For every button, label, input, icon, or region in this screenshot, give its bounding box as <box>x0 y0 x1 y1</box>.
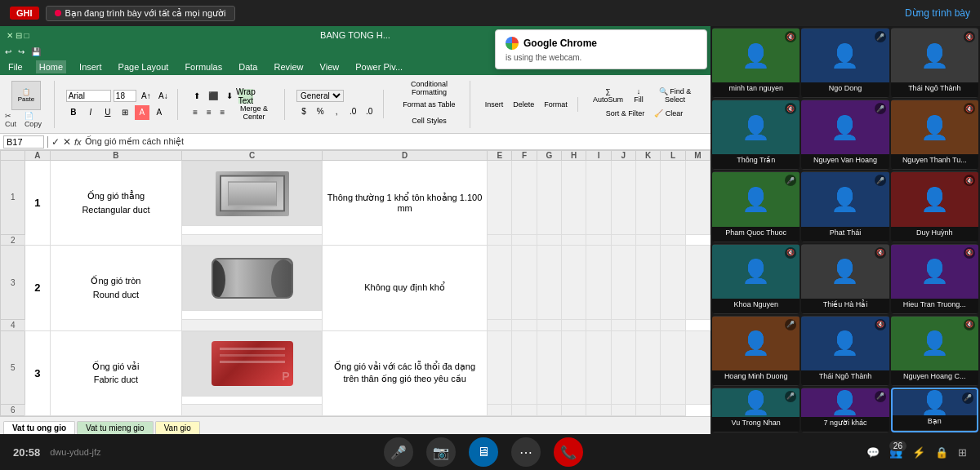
chat-button[interactable]: 💬 <box>866 446 880 459</box>
font-size-input[interactable] <box>114 90 136 102</box>
participant-tile[interactable]: 👤🔇Thái Ngô Thành <box>801 316 889 386</box>
formula-cancel[interactable]: ✕ <box>63 136 71 148</box>
participant-tile[interactable]: 👤🎤Ngo Dong <box>801 28 889 98</box>
wrap-text-button[interactable]: Wrap Text <box>238 89 253 104</box>
participant-tile[interactable]: 👤🎤Hoang Minh Duong <box>712 316 800 386</box>
participant-tile[interactable]: 👤🔇minh tan nguyen <box>712 28 800 98</box>
activities-button[interactable]: ⚡ <box>912 446 925 459</box>
align-top-button[interactable]: ⬆ <box>189 89 204 104</box>
menu-review[interactable]: Review <box>270 60 306 73</box>
tab-vat-tu-mieng-gio[interactable]: Vat tu mieng gio <box>77 421 154 434</box>
bold-button[interactable]: B <box>66 105 81 120</box>
menu-powerpivot[interactable]: Power Piv... <box>352 60 406 73</box>
menu-view[interactable]: View <box>317 60 343 73</box>
tab-vat-tu-ong-gio[interactable]: Vat tu ong gio <box>3 421 75 434</box>
participant-tile[interactable]: 👤🔇Thông Trần <box>712 100 800 170</box>
menu-file[interactable]: File <box>5 60 26 73</box>
cell-b3[interactable]: Ống gió trònRound duct <box>50 246 182 330</box>
align-right-button[interactable]: ≡ <box>216 105 229 120</box>
find-select-button[interactable]: 🔍 Find & Select <box>651 88 699 103</box>
tab-van-gio[interactable]: Van gio <box>155 421 200 434</box>
decrease-decimal-button[interactable]: .0 <box>362 104 376 118</box>
redo-icon[interactable]: ↪ <box>18 47 24 56</box>
more-options-button[interactable]: ⋯ <box>511 437 541 467</box>
participant-tile[interactable]: 👤🔇Nguyen Thanh Tu... <box>891 100 978 170</box>
currency-button[interactable]: $ <box>296 104 311 118</box>
delete-button[interactable]: Delete <box>510 97 537 112</box>
font-name-input[interactable] <box>66 90 111 102</box>
save-icon[interactable]: 💾 <box>31 47 41 56</box>
italic-button[interactable]: I <box>83 105 98 120</box>
cell-a5[interactable]: 3 <box>25 330 50 415</box>
menu-insert[interactable]: Insert <box>76 60 105 73</box>
participant-tile[interactable]: 👤🔇Thái Ngô Thành <box>891 28 978 98</box>
end-call-button[interactable]: 📞 <box>554 437 583 467</box>
cell-b5[interactable]: Ống gió vảiFabric duct <box>50 330 182 415</box>
fill-color-button[interactable]: A <box>135 105 149 120</box>
person-icon: 👤 <box>920 330 949 357</box>
align-left-button[interactable]: ≡ <box>189 105 202 120</box>
formula-fx[interactable]: fx <box>74 137 82 147</box>
stop-presenting-button[interactable]: Dừng trình bày <box>905 7 970 19</box>
participant-tile[interactable]: 👤🔇Nguyen Hoang C... <box>891 316 978 386</box>
merge-center-button[interactable]: Merge & Center <box>230 105 278 120</box>
participant-tile[interactable]: 👤🔇Duy Huỳnh <box>891 171 978 242</box>
participant-tile[interactable]: 👤🎤Phat Thái <box>801 171 889 242</box>
grid-view-button[interactable]: ⊞ <box>958 446 967 459</box>
menu-home[interactable]: Home <box>36 60 66 73</box>
cell-g1 <box>537 161 561 235</box>
border-button[interactable]: ⊞ <box>118 105 132 120</box>
cell-d1[interactable]: Thông thường 1 khổ tôn khoảng 1.100 mm <box>323 161 488 246</box>
present-button[interactable]: 🖥 <box>469 437 498 467</box>
copy-button[interactable]: 📄 Copy <box>24 112 47 128</box>
percent-button[interactable]: % <box>313 104 327 118</box>
participant-tile[interactable]: 👤🔇Khoa Nguyen <box>712 244 800 314</box>
paste-button[interactable]: 📋Paste <box>11 81 41 110</box>
insert-button[interactable]: Insert <box>482 97 507 112</box>
cell-d5[interactable]: Ống gió vải với các lỗ thổi đa dạng trên… <box>323 330 488 415</box>
menu-data[interactable]: Data <box>235 60 261 73</box>
mic-button[interactable]: 🎤 <box>384 437 413 467</box>
participant-tile[interactable]: 👤🔇Hieu Tran Truong... <box>891 244 978 314</box>
comma-button[interactable]: , <box>329 104 344 118</box>
font-color-button[interactable]: A <box>152 105 167 120</box>
align-bottom-button[interactable]: ⬇ <box>222 89 237 104</box>
decrease-font-button[interactable]: A↓ <box>156 89 171 104</box>
cell-styles-button[interactable]: Cell Styles <box>395 113 463 128</box>
mute-icon: 🔇 <box>964 247 975 259</box>
cell-d3[interactable]: Không quy định khổ <box>323 246 488 330</box>
cell-reference-input[interactable] <box>3 135 44 149</box>
format-button[interactable]: Format <box>541 97 571 112</box>
participant-tile[interactable]: 👤🎤Nguyen Van Hoang <box>801 100 889 170</box>
autosum-button[interactable]: ∑ AutoSum <box>590 88 626 103</box>
cut-button[interactable]: ✂ Cut <box>5 112 21 128</box>
participant-tile[interactable]: 👤🎤7 người khác <box>801 388 889 432</box>
participant-tile[interactable]: 👤🎤Pham Quoc Thuoc <box>712 171 800 242</box>
menu-formulas[interactable]: Formulas <box>181 60 225 73</box>
fill-button[interactable]: ↓ Fill <box>630 88 648 103</box>
align-center-button[interactable]: ≡ <box>203 105 216 120</box>
host-controls-button[interactable]: 🔒 <box>935 446 948 459</box>
align-middle-button[interactable]: ⬛ <box>206 89 220 104</box>
cell-a3[interactable]: 2 <box>25 246 50 330</box>
number-format-select[interactable]: General <box>296 90 344 102</box>
clear-button[interactable]: 🧹 Clear <box>651 106 686 121</box>
format-as-table-button[interactable]: Format as Table <box>395 97 463 112</box>
cell-b1[interactable]: Ống gió thẳngRectangular duct <box>50 161 182 246</box>
ghi-button[interactable]: GHI <box>10 7 39 20</box>
undo-icon[interactable]: ↩ <box>5 47 11 56</box>
formula-check[interactable]: ✓ <box>51 136 60 148</box>
camera-button[interactable]: 📷 <box>426 437 456 467</box>
increase-font-button[interactable]: A↑ <box>139 89 154 104</box>
underline-button[interactable]: U <box>100 105 115 120</box>
participant-tile[interactable]: 👤🎤Bạn <box>891 388 978 432</box>
menu-pagelayout[interactable]: Page Layout <box>115 60 172 73</box>
cell-a1[interactable]: 1 <box>25 161 50 246</box>
participant-tile[interactable]: 👤🎤Vu Trong Nhan <box>712 388 800 432</box>
sort-filter-button[interactable]: Sort & Filter <box>603 106 648 121</box>
participant-tile[interactable]: 👤🔇Thiều Hà Hải <box>801 244 889 314</box>
top-bar-left: GHI Bạn đang trình bày với tất cả mọi ng… <box>10 6 235 21</box>
conditional-format-button[interactable]: Conditional Formatting <box>395 81 463 95</box>
participant-name: Nguyen Hoang C... <box>891 370 978 385</box>
increase-decimal-button[interactable]: .0 <box>345 104 360 118</box>
